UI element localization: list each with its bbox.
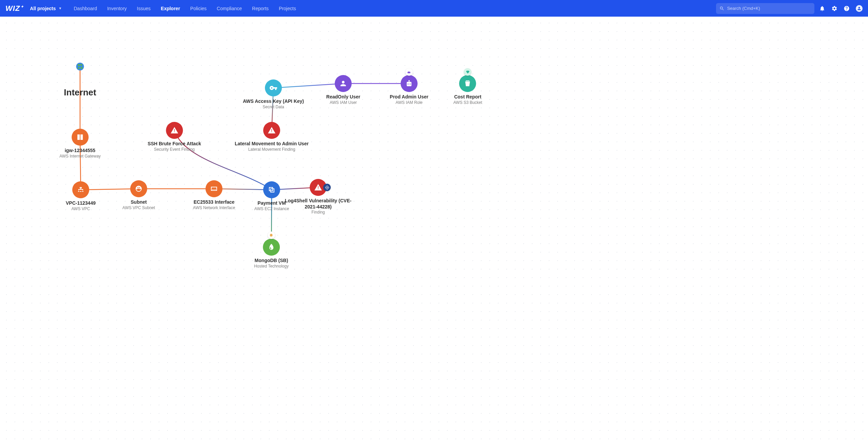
graph-node-ssh[interactable]: SSH Brute Force AttackSecurity Event Fin… (148, 122, 201, 152)
dot-grid-background (0, 17, 868, 441)
graph-node-mongo[interactable]: MongoDB (SB)Hosted Technology (254, 239, 289, 269)
node-sublabel: Secret Data (263, 105, 284, 109)
graph-node-adminuser[interactable]: Prod Admin UserAWS IAM Role (390, 75, 428, 105)
svg-point-0 (76, 62, 84, 70)
graph-node-log4shell[interactable]: Log4Shell Vulnerability (CVE-2021-44228)… (281, 179, 355, 215)
node-label: Lateral Movement to Admin User (235, 141, 309, 147)
logo-text: WIZ (5, 4, 20, 13)
node-sublabel: Security Event Finding (154, 147, 195, 152)
vm-icon (268, 186, 276, 194)
alert-icon (314, 183, 322, 191)
gear-icon[interactable] (831, 5, 837, 12)
nav-issues[interactable]: Issues (132, 1, 156, 16)
nav-reports[interactable]: Reports (247, 1, 274, 16)
nav-compliance[interactable]: Compliance (212, 1, 247, 16)
graph-node-eni[interactable]: EC25533 InterfaceAWS Network Interface (193, 180, 235, 210)
crown-badge-icon (405, 68, 413, 76)
graph-node-subnet[interactable]: SubnetAWS VPC Subnet (122, 180, 155, 210)
graph-node-vpc[interactable]: VPC-1123449AWS VPC (66, 181, 96, 211)
logo: WIZ ✦ (5, 4, 24, 13)
node-sublabel: AWS IAM Role (396, 100, 423, 105)
help-icon[interactable] (844, 5, 850, 12)
robot-icon (405, 79, 413, 88)
project-selector-label: All projects (30, 6, 56, 11)
target-badge-icon (323, 184, 331, 191)
search-input[interactable] (727, 6, 811, 11)
node-sublabel: AWS VPC (72, 206, 90, 211)
search-box[interactable] (716, 3, 814, 14)
node-label: AWS Access Key (API Key) (243, 98, 304, 105)
node-label: MongoDB (SB) (255, 258, 288, 264)
node-label: igw-12344555 (65, 148, 95, 154)
node-label: ReadOnly User (326, 94, 360, 100)
node-label: SSH Brute Force Attack (148, 141, 201, 147)
user-icon (339, 79, 347, 88)
nav-dashboard[interactable]: Dashboard (69, 1, 102, 16)
diamond-badge-icon (464, 68, 471, 76)
bell-icon[interactable] (819, 5, 825, 12)
gateway-icon (76, 133, 84, 141)
node-label: Prod Admin User (390, 94, 428, 100)
subnet-icon (135, 185, 143, 193)
node-sublabel: AWS S3 Bucket (454, 100, 482, 105)
node-sublabel: AWS IAM User (330, 100, 357, 105)
key-icon (269, 84, 277, 92)
main-nav: Dashboard Inventory Issues Explorer Poli… (69, 1, 301, 16)
topbar-icons (819, 5, 863, 12)
alert-icon (170, 126, 178, 134)
user-menu[interactable] (856, 5, 863, 12)
node-sublabel: Finding (311, 210, 325, 215)
nav-policies[interactable]: Policies (185, 1, 212, 16)
network-icon (77, 186, 85, 194)
graph-node-key[interactable]: AWS Access Key (API Key)Secret Data (243, 79, 304, 109)
node-sublabel: Hosted Technology (254, 264, 289, 269)
graph-node-bucket[interactable]: Cost ReportAWS S3 Bucket (454, 75, 482, 105)
nav-projects[interactable]: Projects (274, 1, 301, 16)
node-label: Log4Shell Vulnerability (CVE-2021-44228) (281, 198, 355, 210)
node-label: Internet (64, 87, 96, 98)
skull-badge-icon (268, 232, 275, 239)
graph-node-lateral[interactable]: Lateral Movement to Admin UserLateral Mo… (235, 122, 309, 152)
node-label: EC25533 Interface (194, 199, 235, 205)
node-sublabel: AWS VPC Subnet (122, 205, 155, 210)
alert-icon (268, 126, 276, 134)
interface-icon (210, 185, 218, 193)
node-label: VPC-1123449 (66, 200, 96, 206)
node-label: Subnet (131, 199, 147, 205)
project-selector[interactable]: All projects ▼ (30, 6, 62, 11)
chevron-down-icon: ▼ (59, 6, 62, 10)
graph-canvas[interactable]: Internet igw-12344555AWS Internet Gatewa… (0, 17, 868, 441)
bucket-icon (464, 79, 472, 88)
nav-inventory[interactable]: Inventory (102, 1, 132, 16)
node-sublabel: AWS Internet Gateway (59, 154, 101, 159)
globe-icon (76, 62, 84, 71)
leaf-icon (267, 243, 275, 251)
graph-node-internet[interactable]: Internet (62, 49, 98, 98)
graph-node-igw[interactable]: igw-12344555AWS Internet Gateway (59, 129, 101, 159)
nav-explorer[interactable]: Explorer (156, 1, 185, 16)
node-sublabel: AWS Network Interface (193, 205, 235, 210)
node-label: Cost Report (454, 94, 481, 100)
logo-sparkle-icon: ✦ (21, 5, 24, 8)
topbar: WIZ ✦ All projects ▼ Dashboard Inventory… (0, 0, 868, 17)
node-sublabel: Lateral Movement Finding (248, 147, 295, 152)
graph-node-rouser[interactable]: ReadOnly UserAWS IAM User (326, 75, 360, 105)
search-icon (719, 6, 725, 11)
